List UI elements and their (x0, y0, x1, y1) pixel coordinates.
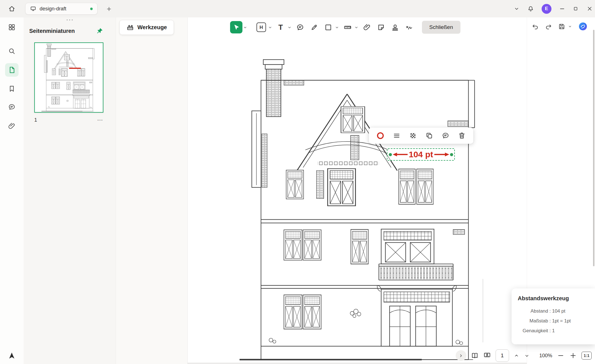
line-style-button[interactable] (392, 131, 401, 140)
shape-tool-button[interactable] (322, 21, 334, 33)
pages-icon (8, 66, 16, 74)
measure-handle-start[interactable] (389, 153, 392, 156)
sticker-tool-button[interactable] (375, 21, 387, 33)
measure-handle-end[interactable] (450, 153, 453, 156)
panel-drag-handle[interactable] (24, 17, 116, 21)
user-avatar[interactable]: E (542, 4, 551, 14)
measure-tool-dropdown[interactable] (353, 21, 359, 33)
pin-panel-button[interactable] (96, 27, 103, 35)
highlight-tool-dropdown[interactable] (267, 21, 273, 33)
grid-icon (8, 23, 16, 31)
app-window: design-draft E Seitenminiaturen (0, 0, 595, 364)
select-tool-button[interactable] (230, 21, 242, 33)
lines-icon (393, 132, 401, 140)
actual-size-button[interactable]: 1:1 (582, 352, 592, 360)
tools-button[interactable]: Werkzeuge (119, 20, 174, 35)
minimize-button[interactable] (559, 6, 565, 12)
annotation-context-toolbar (369, 128, 473, 144)
sidebar-item-apps[interactable] (5, 21, 19, 34)
close-toolbar-button[interactable]: Schließen (422, 21, 460, 34)
pen-icon (310, 23, 318, 31)
zoom-in-button[interactable] (569, 352, 577, 360)
thumbnail-menu-button[interactable]: ⋯ (97, 117, 103, 123)
stamp-tool-button[interactable] (389, 21, 401, 33)
add-comment-button[interactable] (441, 131, 450, 140)
text-tool-button[interactable]: T (274, 21, 287, 33)
copy-icon (425, 132, 433, 140)
info-label: Genauigkeit (518, 326, 548, 336)
arrow-left-icon (392, 152, 408, 157)
chevron-down-icon (524, 353, 530, 359)
distance-tool-title: Abstandswerkzeug (518, 295, 588, 302)
pin-icon (96, 27, 103, 35)
close-window-button[interactable] (587, 6, 593, 12)
page-number-input[interactable] (496, 349, 509, 362)
sidebar-item-attachments[interactable] (5, 119, 19, 133)
text-tool-dropdown[interactable] (287, 21, 292, 33)
measure-tool-button[interactable] (341, 21, 354, 33)
pen-tool-button[interactable] (308, 21, 320, 33)
chevron-down-icon (268, 25, 272, 30)
sidebar-item-comments[interactable] (5, 100, 19, 114)
app-logo (5, 349, 19, 362)
opacity-button[interactable] (408, 131, 418, 140)
info-row-precision: Genauigkeit : 1 (518, 326, 588, 336)
vertical-scrollbar[interactable] (593, 30, 594, 266)
cursor-icon (233, 24, 240, 31)
comment-bubble-icon (296, 23, 304, 31)
dots-handle-icon (66, 19, 73, 21)
home-button[interactable] (6, 3, 17, 14)
notifications-button[interactable] (527, 5, 534, 12)
document-canvas[interactable]: H T Schließen (188, 17, 527, 364)
presentation-mode-button[interactable] (483, 352, 491, 360)
select-tool-dropdown[interactable] (242, 21, 248, 33)
zoom-out-button[interactable] (557, 352, 565, 360)
reading-mode-button[interactable] (471, 352, 479, 360)
comment-icon (8, 103, 16, 111)
previous-page-button[interactable] (514, 353, 519, 359)
redo-button[interactable] (545, 23, 552, 30)
highlight-tool-button[interactable]: H (255, 21, 267, 33)
sidebar-item-bookmarks[interactable] (5, 82, 19, 95)
save-dropdown[interactable] (568, 24, 572, 29)
page-thumbnail-1[interactable] (34, 42, 103, 113)
new-tab-button[interactable] (105, 4, 113, 13)
expand-statusbar-button[interactable] (456, 350, 466, 361)
search-icon (8, 47, 16, 55)
chevron-down-icon (354, 25, 359, 30)
info-label: Maßstab (518, 316, 548, 326)
chevron-right-icon (458, 353, 464, 358)
info-row-distance: Abstand : 104 pt (518, 306, 588, 316)
sidebar-item-search[interactable] (5, 44, 19, 58)
highlight-glyph: H (260, 25, 263, 30)
save-button[interactable] (558, 23, 566, 30)
red-color-icon (377, 132, 384, 139)
sidebar-item-page-thumbnails[interactable] (5, 63, 19, 77)
collapse-toolbar-button[interactable] (514, 6, 520, 12)
thumbnail-house-drawing (41, 43, 96, 112)
next-page-button[interactable] (524, 353, 530, 359)
presentation-icon (483, 352, 491, 360)
signature-icon (405, 23, 413, 31)
maximize-button[interactable] (573, 6, 579, 12)
page-bottom-edge (188, 363, 527, 364)
delete-annotation-button[interactable] (457, 131, 467, 140)
document-tab[interactable]: design-draft (25, 3, 97, 15)
info-row-scale: Maßstab : 1pt = 1pt (518, 316, 588, 326)
ai-assistant-button[interactable] (578, 21, 588, 31)
signature-tool-button[interactable] (403, 21, 415, 33)
color-swatch-button[interactable] (376, 131, 385, 140)
unsaved-indicator (90, 8, 93, 10)
minus-icon (557, 352, 565, 360)
distance-annotation[interactable]: 104 pt (387, 148, 455, 161)
duplicate-button[interactable] (424, 131, 434, 140)
comment-tool-button[interactable] (294, 21, 306, 33)
text-tool-icon: T (278, 24, 283, 31)
ai-assistant-icon (578, 21, 588, 31)
attachment-tool-button[interactable] (361, 21, 373, 33)
tab-document-icon (30, 6, 36, 12)
undo-button[interactable] (532, 23, 539, 30)
shape-tool-dropdown[interactable] (334, 21, 340, 33)
titlebar-right-controls: E (514, 0, 593, 17)
thumbnails-panel: Seitenminiaturen 1 ⋯ (24, 17, 116, 364)
